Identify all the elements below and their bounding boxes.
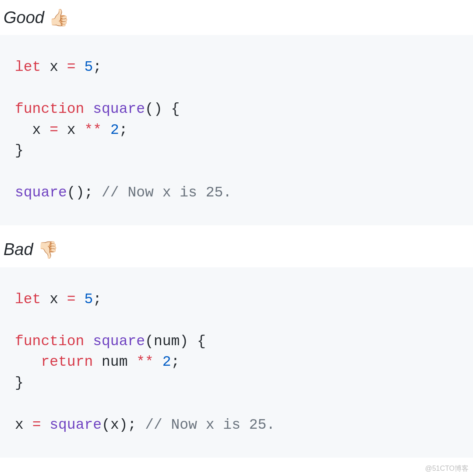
paren-open: ( (145, 333, 154, 350)
op-assign: = (49, 122, 58, 138)
keyword-let: let (15, 291, 41, 308)
call-square: square (49, 417, 102, 433)
call-arg: x (110, 417, 119, 433)
semi: ; (93, 291, 102, 308)
fn-square: square (93, 333, 145, 350)
call-parens: (); (67, 185, 93, 201)
var-x: x (49, 59, 58, 75)
paren-close: ) (180, 333, 188, 350)
brace-close: } (15, 375, 24, 391)
keyword-let: let (15, 59, 41, 75)
bad-text: Bad (4, 240, 33, 259)
fn-square: square (93, 101, 145, 117)
good-text: Good (4, 8, 44, 27)
section-bad-label: Bad 👎🏻 (0, 225, 473, 267)
call-open: ( (102, 417, 110, 433)
call-square: square (15, 185, 67, 201)
op-assign: = (67, 59, 76, 75)
brace-open: { (197, 333, 206, 350)
num-2: 2 (162, 354, 171, 370)
var-x: x (67, 122, 76, 138)
comment: // Now x is 25. (102, 185, 232, 201)
var-x: x (15, 417, 24, 433)
comment: // Now x is 25. (145, 417, 275, 433)
num-2: 2 (110, 122, 119, 138)
op-assign: = (32, 417, 41, 433)
semi: ; (119, 122, 128, 138)
semi: ; (171, 354, 180, 370)
call-close: ); (119, 417, 137, 433)
var-num: num (102, 354, 127, 370)
section-good-label: Good 👍🏻 (0, 0, 473, 35)
code-block-bad: let x = 5; function square(num) { return… (0, 267, 473, 458)
parens-empty: () (145, 101, 162, 117)
keyword-return: return (41, 354, 93, 370)
thumbs-up-icon: 👍🏻 (49, 8, 69, 27)
brace-open: { (171, 101, 180, 117)
keyword-function: function (15, 101, 84, 117)
op-exp: ** (136, 354, 154, 370)
thumbs-down-icon: 👎🏻 (38, 240, 58, 259)
op-exp: ** (84, 122, 102, 138)
num-5: 5 (84, 59, 93, 75)
num-5: 5 (84, 291, 93, 308)
var-x: x (32, 122, 41, 138)
brace-close: } (15, 143, 24, 159)
code-block-good: let x = 5; function square() { x = x ** … (0, 35, 473, 225)
op-assign: = (67, 291, 76, 308)
semi: ; (93, 59, 102, 75)
keyword-function: function (15, 333, 84, 350)
param-num: num (154, 333, 180, 350)
var-x: x (49, 291, 58, 308)
